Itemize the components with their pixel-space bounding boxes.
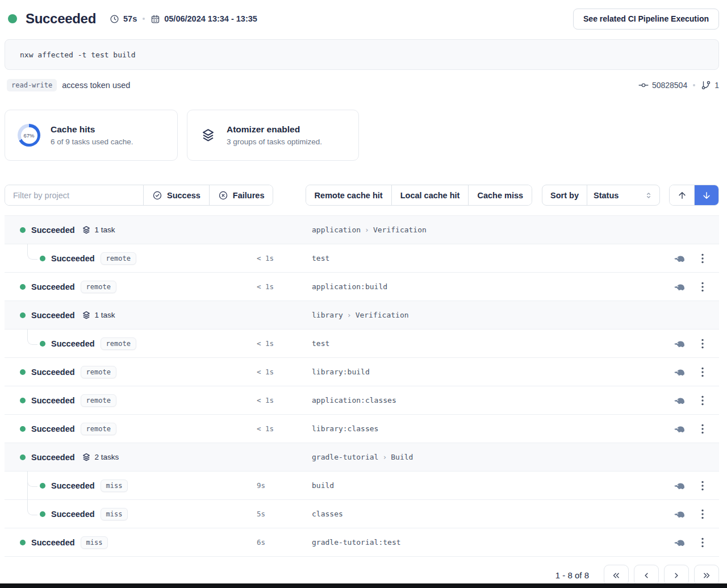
failures-filter-button[interactable]: Failures: [209, 185, 273, 205]
gradle-icon: [673, 538, 686, 547]
kebab-menu-icon[interactable]: [701, 282, 704, 292]
kebab-menu-icon[interactable]: [701, 424, 704, 434]
row-actions: [673, 253, 719, 264]
gradle-icon: [673, 510, 686, 518]
sort-status-select[interactable]: Status: [587, 185, 659, 205]
kebab-menu-icon[interactable]: [701, 339, 704, 349]
status-label: Succeeded: [31, 538, 75, 547]
atomizer-title: Atomizer enabled: [227, 124, 322, 135]
project-name: library: [312, 311, 343, 319]
task-row[interactable]: Succeededremote< 1sapplication:build: [5, 273, 719, 301]
gradle-icon: [673, 396, 686, 404]
project-filter-group: Success Failures: [5, 185, 273, 206]
failures-filter-label: Failures: [233, 191, 265, 200]
row-status-cell: Succeededremote: [5, 337, 252, 350]
cache-hits-subtitle: 6 of 9 tasks used cache.: [51, 137, 133, 146]
task-row[interactable]: Succeededremote< 1stest: [5, 244, 719, 273]
check-circle-icon: [152, 190, 162, 201]
sort-ascending-button[interactable]: [670, 185, 694, 205]
cache-hits-card[interactable]: 67% Cache hits 6 of 9 tasks used cache.: [5, 110, 178, 161]
status-dot: [40, 483, 45, 489]
kebab-menu-icon[interactable]: [701, 537, 704, 548]
last-page-button[interactable]: [694, 565, 719, 586]
layers-icon: [81, 452, 91, 462]
sort-descending-button[interactable]: [694, 185, 718, 205]
double-chevron-right-icon: [701, 570, 712, 581]
branch-count-label: 1: [715, 81, 719, 90]
cache-status-badge: miss: [101, 508, 128, 520]
command-text: nxw affected -t test build: [20, 51, 136, 59]
row-duration: < 1s: [252, 368, 312, 376]
row-task-name: test: [312, 339, 673, 348]
status-dot: [40, 256, 45, 261]
chevrons-up-down-icon: [644, 191, 653, 200]
status-dot: [20, 369, 26, 375]
related-ci-pipeline-button[interactable]: See related CI Pipeline Execution: [573, 9, 719, 30]
kebab-menu-icon[interactable]: [701, 509, 704, 519]
task-row[interactable]: Succeededremote< 1slibrary:build: [5, 358, 719, 386]
layers-icon: [81, 310, 91, 320]
kebab-menu-icon[interactable]: [701, 395, 704, 406]
row-duration: < 1s: [252, 339, 312, 348]
chevron-right-icon: ›: [347, 311, 352, 319]
status-label: Succeeded: [51, 339, 95, 348]
filter-bar: Success Failures Remote cache hit Local …: [5, 185, 719, 206]
task-row[interactable]: Succeededmiss6sgradle-tutorial:test: [5, 528, 719, 557]
sort-direction-group: [669, 185, 719, 206]
success-filter-button[interactable]: Success: [143, 185, 209, 205]
kebab-menu-icon[interactable]: [701, 253, 704, 264]
cache-hits-title: Cache hits: [51, 124, 133, 135]
task-group-row[interactable]: Succeeded1 tasklibrary›Verification: [5, 301, 719, 330]
chevron-right-icon: [671, 570, 682, 581]
local-cache-hit-button[interactable]: Local cache hit: [391, 185, 469, 205]
cache-hits-ring: 67%: [18, 124, 40, 147]
task-count: 1 task: [95, 311, 115, 319]
page-title: Succeeded: [26, 11, 96, 27]
commit-link[interactable]: 50828504: [638, 80, 687, 90]
remote-cache-hit-button[interactable]: Remote cache hit: [306, 185, 391, 205]
row-status-cell: Succeededmiss: [5, 508, 252, 520]
access-token-badge: read-write: [7, 79, 57, 91]
layers-icon: [200, 127, 216, 144]
row-status-cell: Succeededremote: [5, 423, 252, 435]
task-group-row[interactable]: Succeeded1 taskapplication›Verification: [5, 216, 719, 244]
task-row[interactable]: Succeededmiss9sbuild: [5, 472, 719, 500]
success-filter-label: Success: [167, 191, 200, 200]
first-page-button[interactable]: [604, 565, 629, 586]
status-dot: [20, 312, 26, 318]
chevron-left-icon: [641, 570, 651, 581]
row-task-name: test: [312, 254, 673, 262]
row-actions: [673, 395, 719, 406]
row-duration: < 1s: [252, 396, 312, 404]
task-row[interactable]: Succeededremote< 1stest: [5, 330, 719, 358]
kebab-menu-icon[interactable]: [701, 481, 704, 491]
run-duration-label: 57s: [123, 14, 137, 23]
row-actions: [673, 282, 719, 292]
row-task-name: gradle-tutorial:test: [312, 538, 673, 547]
task-row[interactable]: Succeededmiss5sclasses: [5, 500, 719, 528]
status-label: Succeeded: [31, 453, 75, 462]
status-dot: [20, 398, 26, 403]
arrow-up-icon: [677, 190, 687, 201]
next-page-button[interactable]: [664, 565, 689, 586]
summary-cards: 67% Cache hits 6 of 9 tasks used cache. …: [5, 110, 719, 161]
cache-status-badge: remote: [81, 423, 116, 435]
task-row[interactable]: Succeededremote< 1sapplication:classes: [5, 386, 719, 415]
task-count: 1 task: [95, 226, 115, 234]
pagination: 1 - 8 of 8: [5, 565, 719, 586]
kebab-menu-icon[interactable]: [701, 367, 704, 377]
calendar-icon: [151, 14, 160, 24]
previous-page-button[interactable]: [634, 565, 659, 586]
cache-status-badge: remote: [81, 281, 116, 293]
project-filter-input[interactable]: [5, 185, 143, 205]
task-row[interactable]: Succeededremote< 1slibrary:classes: [5, 415, 719, 443]
run-duration: 57s: [110, 14, 137, 24]
command-box: nxw affected -t test build: [5, 39, 719, 70]
project-name: application: [312, 226, 361, 234]
task-group-row[interactable]: Succeeded2 tasksgradle-tutorial›Build: [5, 443, 719, 472]
branch-count[interactable]: 1: [701, 80, 719, 90]
sort-group: Sort by Status: [542, 185, 660, 206]
atomizer-card[interactable]: Atomizer enabled 3 groups of tasks optim…: [187, 110, 359, 161]
cache-miss-button[interactable]: Cache miss: [468, 185, 532, 205]
row-task-name: build: [312, 481, 673, 490]
